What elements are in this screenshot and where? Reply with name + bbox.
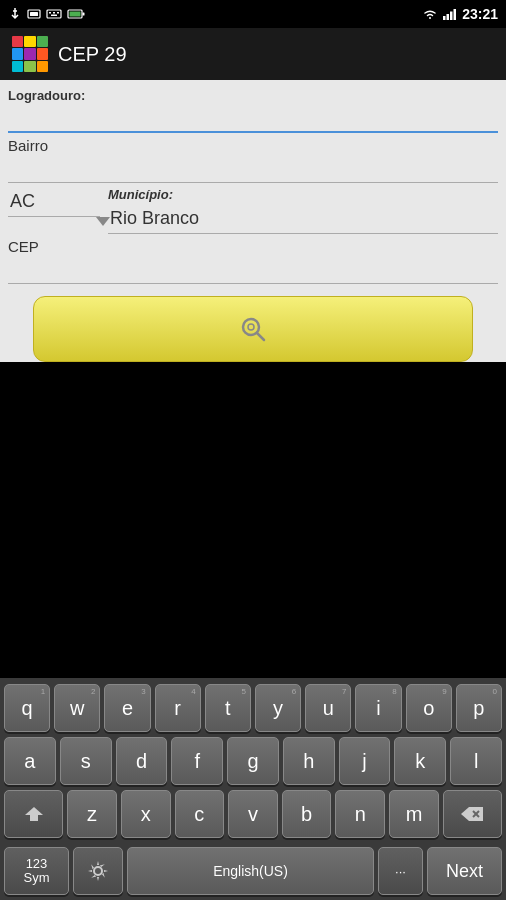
svg-rect-8 (70, 12, 81, 17)
svg-rect-3 (49, 12, 51, 14)
svg-rect-12 (450, 12, 453, 21)
cep-section: CEP (8, 238, 498, 284)
next-button[interactable]: Next (427, 847, 502, 895)
svg-point-15 (248, 324, 254, 330)
search-icon (237, 313, 269, 345)
key-g[interactable]: g (227, 737, 279, 785)
keyboard-row-1: 1q 2w 3e 4r 5t 6y 7u 8i 9o 0p (4, 684, 502, 732)
logradouro-label: Logradouro: (8, 88, 498, 103)
municipio-value[interactable]: Rio Branco (108, 204, 498, 234)
key-u[interactable]: 7u (305, 684, 351, 732)
svg-rect-10 (443, 16, 446, 20)
key-emoji[interactable]: ··· (378, 847, 423, 895)
logradouro-input[interactable] (8, 105, 498, 133)
svg-rect-9 (83, 13, 85, 16)
key-j[interactable]: j (339, 737, 391, 785)
keyboard: 1q 2w 3e 4r 5t 6y 7u 8i 9o 0p a s d f g … (0, 678, 506, 900)
status-icons-right: 23:21 (422, 6, 498, 22)
key-backspace[interactable] (443, 790, 502, 838)
key-123-sym[interactable]: 123 Sym (4, 847, 69, 895)
key-space[interactable]: English(US) (127, 847, 374, 895)
svg-rect-2 (47, 10, 61, 18)
status-bar: 23:21 (0, 0, 506, 28)
key-sym-label: Sym (24, 871, 50, 885)
backspace-icon (459, 805, 485, 823)
battery-icon (67, 8, 85, 20)
key-shift[interactable] (4, 790, 63, 838)
svg-rect-6 (51, 15, 57, 17)
svg-rect-1 (30, 12, 38, 16)
keyboard-row-2: a s d f g h j k l (4, 737, 502, 785)
bairro-label: Bairro (8, 137, 498, 154)
key-emoji-label: ··· (395, 864, 406, 879)
key-t[interactable]: 5t (205, 684, 251, 732)
dropdown-arrow-icon (96, 217, 110, 226)
municipio-section: Município: Rio Branco (108, 187, 498, 234)
key-a[interactable]: a (4, 737, 56, 785)
keyboard-bottom-bar: 123 Sym English(US) ··· Next (0, 842, 506, 900)
key-q[interactable]: 1q (4, 684, 50, 732)
key-k[interactable]: k (394, 737, 446, 785)
signal-icon (442, 8, 458, 20)
app-icon (12, 36, 48, 72)
bairro-input[interactable] (8, 156, 498, 183)
key-space-label: English(US) (213, 863, 288, 879)
bairro-section: Bairro (8, 137, 498, 183)
key-d[interactable]: d (116, 737, 168, 785)
search-btn-container (8, 296, 498, 362)
key-w[interactable]: 2w (54, 684, 100, 732)
key-f[interactable]: f (171, 737, 223, 785)
svg-rect-4 (53, 12, 55, 14)
shift-icon (23, 805, 45, 823)
key-rows: 1q 2w 3e 4r 5t 6y 7u 8i 9o 0p a s d f g … (0, 678, 506, 842)
key-123-label: 123 (26, 857, 48, 871)
key-i[interactable]: 8i (355, 684, 401, 732)
search-button[interactable] (33, 296, 473, 362)
app-title: CEP 29 (58, 43, 127, 66)
cep-label: CEP (8, 238, 498, 255)
cep-input[interactable] (8, 257, 498, 284)
key-h[interactable]: h (283, 737, 335, 785)
svg-rect-13 (454, 9, 457, 20)
title-bar: CEP 29 (0, 28, 506, 80)
key-l[interactable]: l (450, 737, 502, 785)
keyboard-icon (46, 9, 62, 19)
settings-icon (87, 860, 109, 882)
svg-rect-5 (57, 12, 59, 14)
uf-section: AC (8, 187, 108, 217)
svg-rect-11 (447, 14, 450, 20)
status-icons-left (8, 7, 422, 21)
key-e[interactable]: 3e (104, 684, 150, 732)
key-o[interactable]: 9o (406, 684, 452, 732)
key-settings[interactable] (73, 847, 123, 895)
key-n[interactable]: n (335, 790, 385, 838)
key-p[interactable]: 0p (456, 684, 502, 732)
municipio-label: Município: (108, 187, 498, 202)
key-r[interactable]: 4r (155, 684, 201, 732)
key-b[interactable]: b (282, 790, 332, 838)
key-s[interactable]: s (60, 737, 112, 785)
keyboard-row-3: z x c v b n m (4, 790, 502, 838)
svg-point-20 (94, 867, 102, 875)
key-y[interactable]: 6y (255, 684, 301, 732)
svg-line-16 (257, 333, 264, 340)
status-time: 23:21 (462, 6, 498, 22)
media-icon (27, 9, 41, 19)
form-area: Logradouro: Bairro AC Município: Rio Bra… (0, 80, 506, 362)
key-m[interactable]: m (389, 790, 439, 838)
usb-icon (8, 7, 22, 21)
wifi-icon (422, 8, 438, 20)
key-v[interactable]: v (228, 790, 278, 838)
key-c[interactable]: c (175, 790, 225, 838)
uf-value[interactable]: AC (8, 187, 100, 217)
uf-municipio-row: AC Município: Rio Branco (8, 187, 498, 234)
key-z[interactable]: z (67, 790, 117, 838)
svg-marker-17 (25, 807, 43, 821)
key-x[interactable]: x (121, 790, 171, 838)
logradouro-section: Logradouro: (8, 88, 498, 133)
